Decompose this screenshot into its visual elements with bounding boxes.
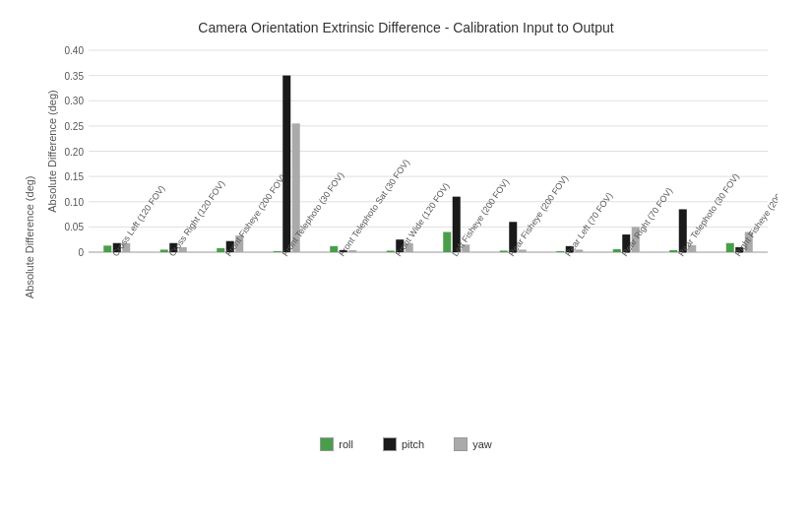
legend-roll-label: roll [339, 438, 353, 450]
chart-inner: 00.050.100.150.200.250.300.350.40Cross L… [44, 45, 792, 430]
bar [726, 243, 734, 252]
x-label: Cross Left (120 FOV) [110, 183, 166, 258]
x-label: Right Fisheye (200 FOV) [733, 172, 778, 258]
legend: roll pitch yaw [20, 437, 792, 456]
legend-yaw: yaw [454, 437, 492, 451]
svg-text:0.30: 0.30 [65, 96, 85, 106]
svg-text:0.40: 0.40 [65, 45, 85, 56]
chart-svg: 00.050.100.150.200.250.300.350.40Cross L… [44, 45, 778, 380]
svg-text:0.05: 0.05 [65, 222, 85, 232]
legend-roll: roll [320, 437, 353, 451]
svg-text:0.15: 0.15 [65, 171, 85, 182]
legend-yaw-label: yaw [472, 438, 492, 450]
legend-roll-box [320, 437, 334, 451]
x-label: Rear Fisheye (200 FOV) [507, 173, 570, 258]
svg-text:0.20: 0.20 [65, 147, 85, 158]
chart-container: Camera Orientation Extrinsic Difference … [0, 0, 812, 529]
x-label: Cross Right (120 FOV) [167, 178, 227, 258]
legend-yaw-box [454, 437, 468, 451]
legend-pitch-box [383, 437, 397, 451]
svg-text:0.25: 0.25 [65, 121, 85, 132]
svg-text:0: 0 [78, 247, 84, 258]
svg-text:0.10: 0.10 [65, 197, 85, 208]
legend-pitch-label: pitch [402, 438, 424, 450]
chart-title: Camera Orientation Extrinsic Difference … [20, 20, 792, 35]
bar [282, 76, 290, 252]
chart-area: Absolute Difference (deg) 00.050.100.150… [20, 45, 792, 430]
x-label: Front Wide (120 FOV) [394, 181, 452, 258]
x-label: Rear Left (70 FOV) [563, 191, 614, 258]
x-label: Front Fisheye (200 FOV) [223, 172, 287, 258]
svg-text:0.35: 0.35 [65, 71, 85, 82]
x-label: Rear Right (70 FOV) [620, 186, 675, 258]
y-axis-label-svg: Absolute Difference (deg) [46, 90, 58, 213]
y-axis-label: Absolute Difference (deg) [20, 45, 39, 430]
bar [443, 232, 451, 253]
legend-pitch: pitch [383, 437, 424, 451]
